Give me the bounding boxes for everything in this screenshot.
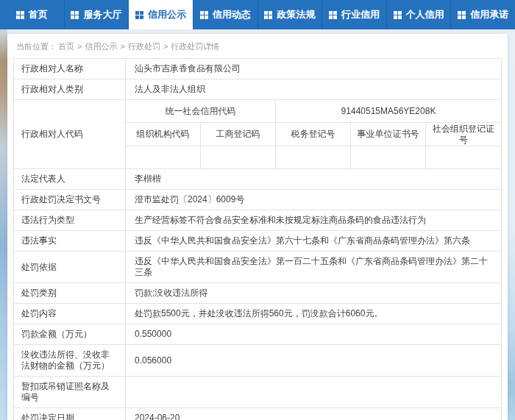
row-label: 法定代表人 xyxy=(14,169,126,189)
nav-tab-label: 首页 xyxy=(29,8,48,21)
row-value: 0.056000 xyxy=(126,345,501,376)
code-grid-row: 统一社会信用代码91440515MA56YE208K xyxy=(126,100,501,123)
table-row: 行政相对人名称汕头市吉承香食品有限公司 xyxy=(14,59,501,79)
nav-tab-personal-credit[interactable]: 个人信用 xyxy=(387,0,452,29)
row-label: 行政处罚决定书文号 xyxy=(14,190,126,210)
table-row-code: 行政相对人代码统一社会信用代码91440515MA56YE208K组织机构代码工… xyxy=(14,100,501,169)
row-label: 违法事实 xyxy=(14,231,126,251)
code-grid-row xyxy=(126,146,501,168)
nav-tab-label: 行业信用 xyxy=(341,8,380,21)
row-label: 行政相对人名称 xyxy=(14,59,126,79)
code-header-cell: 工商登记码 xyxy=(201,123,276,145)
table-row: 处罚依据违反《中华人民共和国食品安全法》第一百二十五条和《广东省商品条码管理办法… xyxy=(14,252,501,283)
breadcrumb-separator: > xyxy=(77,42,82,51)
table-row: 罚款金额（万元）0.550000 xyxy=(14,324,501,345)
code-header-cell: 事业单位证书号 xyxy=(351,123,426,145)
detail-table: 行政相对人名称汕头市吉承香食品有限公司行政相对人类别法人及非法人组织行政相对人代… xyxy=(13,58,502,420)
table-row: 违法行为类型生产经营标签不符合食品安全标准和未按规定标注商品条码的食品违法行为 xyxy=(14,210,501,231)
code-header-cell: 社会组织登记证号 xyxy=(426,123,501,145)
grid-icon xyxy=(200,11,208,19)
page: 首页服务大厅信用公示信用动态政策法规行业信用个人信用信用承诺 当前位置：首页>信… xyxy=(0,0,515,420)
row-value: 违反《中华人民共和国食品安全法》第一百二十五条和《广东省商品条码管理办法》第二十… xyxy=(126,252,501,282)
breadcrumb-separator: > xyxy=(120,42,124,51)
row-label: 违法行为类型 xyxy=(14,210,126,230)
table-row: 处罚类别罚款;没收违法所得 xyxy=(14,283,501,304)
row-value xyxy=(126,377,501,407)
table-row: 法定代表人李楷楷 xyxy=(14,169,501,190)
row-value: 违反《中华人民共和国食品安全法》第六十七条和《广东省商品条码管理办法》第六条 xyxy=(126,231,501,251)
row-label: 罚款金额（万元） xyxy=(14,324,126,344)
background-photo-strip xyxy=(0,29,7,420)
table-row: 没收违法所得、没收非法财物的金额（万元）0.056000 xyxy=(14,345,501,377)
nav-tab-label: 个人信用 xyxy=(406,8,444,21)
row-value: 法人及非法人组织 xyxy=(126,79,501,99)
table-row: 处罚内容处罚款5500元，并处没收违法所得560元，罚没款合计6060元。 xyxy=(14,304,501,324)
code-grid-row: 组织机构代码工商登记码税务登记号事业单位证书号社会组织登记证号 xyxy=(126,123,501,146)
nav-tab-credit-publicity[interactable]: 信用公示 xyxy=(129,0,193,29)
breadcrumb-prefix: 当前位置： xyxy=(16,42,57,51)
row-value: 处罚款5500元，并处没收违法所得560元，罚没款合计6060元。 xyxy=(126,304,501,324)
breadcrumb-items: 首页>信用公示>行政处罚>行政处罚详情 xyxy=(57,42,221,51)
row-value: 2024-06-20 xyxy=(126,408,501,420)
grid-icon xyxy=(458,11,466,19)
table-row: 暂扣或吊销证照名称及编号 xyxy=(14,377,501,408)
breadcrumb: 当前位置：首页>信用公示>行政处罚>行政处罚详情 xyxy=(13,38,502,58)
grid-icon xyxy=(329,11,337,19)
nav-tab-home[interactable]: 首页 xyxy=(0,0,65,29)
grid-icon xyxy=(135,11,143,19)
nav-tab-label: 服务大厅 xyxy=(83,8,121,21)
breadcrumb-item[interactable]: 信用公示 xyxy=(85,42,117,51)
row-value: 0.550000 xyxy=(126,324,501,344)
grid-icon xyxy=(71,11,79,19)
row-value: 李楷楷 xyxy=(126,169,501,189)
code-value-cell xyxy=(426,146,501,168)
content-panel: 当前位置：首页>信用公示>行政处罚>行政处罚详情 行政相对人名称汕头市吉承香食品… xyxy=(7,34,508,420)
row-label: 处罚类别 xyxy=(14,283,126,303)
row-value: 罚款;没收违法所得 xyxy=(126,283,501,303)
grid-icon xyxy=(394,11,402,19)
row-label: 没收违法所得、没收非法财物的金额（万元） xyxy=(14,345,126,376)
unified-code-value: 91440515MA56YE208K xyxy=(276,100,501,122)
breadcrumb-item[interactable]: 行政处罚 xyxy=(128,42,160,51)
row-value: 澄市监处罚〔2024〕6009号 xyxy=(126,190,501,210)
code-value-cell xyxy=(201,146,276,168)
code-value-cell xyxy=(351,146,426,168)
row-value: 汕头市吉承香食品有限公司 xyxy=(126,59,501,79)
unified-code-label: 统一社会信用代码 xyxy=(126,100,276,122)
breadcrumb-item[interactable]: 首页 xyxy=(58,42,74,51)
code-value-cell xyxy=(276,146,351,168)
breadcrumb-separator: > xyxy=(163,42,168,51)
row-label: 处罚决定日期 xyxy=(14,408,126,420)
table-row: 违法事实违反《中华人民共和国食品安全法》第六十七条和《广东省商品条码管理办法》第… xyxy=(14,231,501,252)
nav-tab-credit-news[interactable]: 信用动态 xyxy=(193,0,258,29)
row-label: 处罚内容 xyxy=(14,304,126,324)
code-grid: 统一社会信用代码91440515MA56YE208K组织机构代码工商登记码税务登… xyxy=(126,100,501,168)
table-row: 行政处罚决定书文号澄市监处罚〔2024〕6009号 xyxy=(14,190,501,210)
breadcrumb-item: 行政处罚详情 xyxy=(171,42,219,51)
code-header-cell: 组织机构代码 xyxy=(126,123,201,145)
nav-tab-label: 政策法规 xyxy=(277,8,315,21)
table-row: 行政相对人类别法人及非法人组织 xyxy=(14,79,501,100)
nav-tab-credit-commitment[interactable]: 信用承诺 xyxy=(451,0,515,29)
nav-tab-label: 信用公示 xyxy=(148,8,186,21)
code-header-cell: 税务登记号 xyxy=(276,123,351,145)
row-label: 暂扣或吊销证照名称及编号 xyxy=(14,377,126,407)
row-label: 行政相对人类别 xyxy=(14,79,126,99)
nav-tab-industry-credit[interactable]: 行业信用 xyxy=(322,0,387,29)
row-label: 处罚依据 xyxy=(14,252,126,282)
nav-tab-label: 信用承诺 xyxy=(470,8,508,21)
code-value-cell xyxy=(126,146,201,168)
row-label: 行政相对人代码 xyxy=(14,100,126,168)
nav-tab-service-hall[interactable]: 服务大厅 xyxy=(65,0,129,29)
grid-icon xyxy=(16,11,24,19)
table-row: 处罚决定日期2024-06-20 xyxy=(14,408,501,420)
nav-tab-policies[interactable]: 政策法规 xyxy=(258,0,323,29)
row-value: 生产经营标签不符合食品安全标准和未按规定标注商品条码的食品违法行为 xyxy=(126,210,501,230)
nav-tab-label: 信用动态 xyxy=(213,8,251,21)
grid-icon xyxy=(264,11,272,19)
top-nav: 首页服务大厅信用公示信用动态政策法规行业信用个人信用信用承诺 xyxy=(0,0,515,29)
